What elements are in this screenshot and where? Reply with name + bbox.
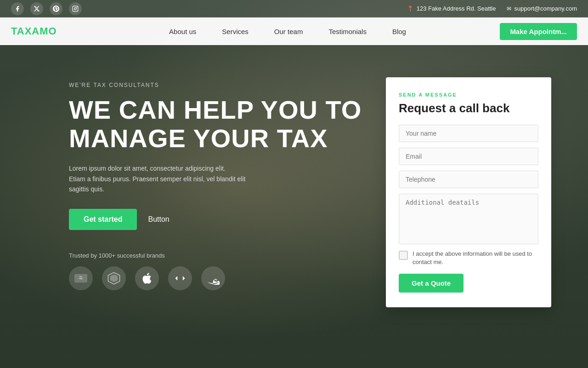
form-section-label: SEND A MESSAGE — [399, 92, 538, 98]
dash-logo — [168, 266, 192, 290]
address-item: 📍 123 Fake Address Rd. Seattle — [407, 5, 496, 12]
amazon-logo — [201, 266, 225, 290]
navbar: TAXAMO About us Services Our team Testim… — [0, 17, 588, 45]
hero-buttons: Get started Button — [69, 209, 368, 230]
contact-form-card: SEND A MESSAGE Request a call back I acc… — [386, 77, 551, 307]
form-title: Request a call back — [399, 101, 538, 115]
nav-team[interactable]: Our team — [261, 28, 316, 35]
git-logo — [102, 266, 126, 290]
email-input[interactable] — [399, 148, 538, 165]
hero-title-line2: MANAGE YOUR TAX — [69, 124, 368, 153]
nav-about[interactable]: About us — [156, 28, 209, 35]
get-started-button[interactable]: Get started — [69, 209, 137, 230]
nav-blog[interactable]: Blog — [379, 28, 419, 35]
main-content: WE'RE TAX CONSULTANTS WE CAN HELP YOU TO… — [0, 45, 588, 368]
hero-desc-line2: Etiam a finibus purus. Praesent semper e… — [69, 174, 262, 195]
name-input[interactable] — [399, 125, 538, 142]
trusted-text: Trusted by 1000+ successful brands — [69, 252, 368, 259]
brand-logos: You Tube — [69, 266, 368, 290]
hero-text-section: WE'RE TAX CONSULTANTS WE CAN HELP YOU TO… — [69, 73, 368, 290]
email-icon: ✉ — [507, 6, 511, 12]
hero-description: Lorem ipsum dolor sit amet, consectetur … — [69, 163, 262, 194]
hero-title: WE CAN HELP YOU TO MANAGE YOUR TAX — [69, 96, 368, 152]
svg-text:Tube: Tube — [79, 278, 83, 280]
email-item: ✉ support@company.com — [507, 5, 577, 12]
phone-input[interactable] — [399, 171, 538, 188]
contact-info: 📍 123 Fake Address Rd. Seattle ✉ support… — [407, 5, 577, 12]
site-logo[interactable]: TAXAMO — [11, 25, 57, 37]
hero-desc-line1: Lorem ipsum dolor sit amet, consectetur … — [69, 163, 262, 173]
secondary-button[interactable]: Button — [148, 215, 169, 224]
svg-marker-7 — [110, 275, 118, 282]
checkbox-label: I accept the above information will be u… — [413, 250, 538, 266]
pinterest-icon[interactable] — [50, 2, 62, 15]
nav-services[interactable]: Services — [209, 28, 261, 35]
hero-subtitle: WE'RE TAX CONSULTANTS — [69, 82, 368, 88]
svg-rect-0 — [73, 6, 78, 12]
facebook-icon[interactable] — [11, 2, 24, 15]
address-text: 123 Fake Address Rd. Seattle — [417, 5, 496, 12]
youtube-logo: You Tube — [69, 266, 93, 290]
twitter-x-icon[interactable] — [30, 2, 43, 15]
svg-point-1 — [74, 7, 77, 10]
svg-text:You: You — [79, 276, 82, 278]
details-input[interactable] — [399, 194, 538, 244]
accept-checkbox[interactable] — [399, 251, 408, 260]
location-icon: 📍 — [407, 6, 414, 12]
hero-title-line1: WE CAN HELP YOU TO — [69, 96, 368, 124]
instagram-icon[interactable] — [69, 2, 82, 15]
make-appointment-button[interactable]: Make Appointm... — [500, 23, 577, 40]
social-icons-group — [11, 2, 82, 15]
get-quote-button[interactable]: Get a Quote — [399, 274, 464, 293]
nav-links: About us Services Our team Testimonials … — [75, 28, 500, 35]
checkbox-row: I accept the above information will be u… — [399, 250, 538, 266]
email-text: support@company.com — [514, 5, 577, 12]
nav-testimonials[interactable]: Testimonials — [316, 28, 379, 35]
apple-logo — [135, 266, 159, 290]
svg-point-2 — [76, 6, 77, 7]
top-bar: 📍 123 Fake Address Rd. Seattle ✉ support… — [0, 0, 588, 17]
